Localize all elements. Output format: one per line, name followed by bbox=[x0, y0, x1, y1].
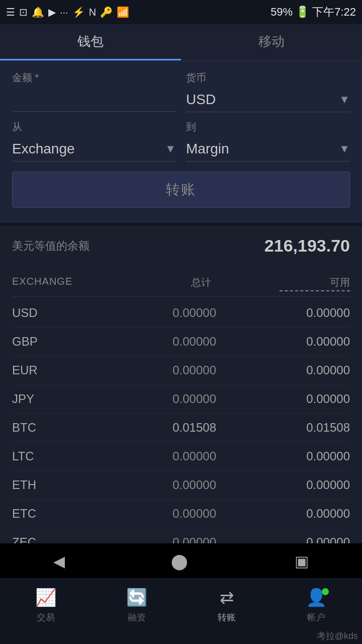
col-total: 0.00000 bbox=[116, 335, 216, 349]
currency-value: USD bbox=[186, 92, 216, 108]
balance-label: 美元等值的余额 bbox=[12, 238, 89, 254]
col-header-total: 总计 bbox=[141, 276, 211, 291]
amount-label: 金额 * bbox=[12, 71, 176, 85]
form-row-from-to: 从 Exchange ▼ 到 Margin ▼ bbox=[12, 120, 350, 162]
col-available: 0.00000 bbox=[259, 449, 350, 463]
col-available: 0.00000 bbox=[259, 306, 350, 320]
col-available: 0.01508 bbox=[259, 421, 350, 435]
finance-icon: 🔄 bbox=[126, 587, 147, 607]
col-available: 0.00000 bbox=[259, 363, 350, 377]
key-icon: 🔑 bbox=[100, 6, 113, 18]
amount-input[interactable] bbox=[12, 88, 176, 112]
currency-dropdown-arrow: ▼ bbox=[339, 93, 350, 106]
transfer-btn-wrapper: 转账 bbox=[12, 172, 350, 208]
to-label: 到 bbox=[186, 120, 350, 134]
status-bar: ☰ ⊡ 🔔 ▶ ··· ⚡ N 🔑 📶 59% 🔋 下午7:22 bbox=[0, 0, 362, 24]
transfer-label: 转账 bbox=[218, 611, 236, 623]
tab-move[interactable]: 移动 bbox=[181, 24, 362, 60]
table-row: JPY 0.00000 0.00000 bbox=[12, 385, 350, 414]
to-group: 到 Margin ▼ bbox=[186, 120, 350, 162]
balance-row: 美元等值的余额 216,193.70 bbox=[12, 236, 350, 256]
nav-finance[interactable]: 🔄 融资 bbox=[126, 587, 147, 623]
to-select[interactable]: Margin ▼ bbox=[186, 137, 350, 162]
recent-button[interactable]: ▣ bbox=[295, 552, 309, 570]
trade-label: 交易 bbox=[37, 611, 55, 623]
to-value: Margin bbox=[186, 141, 229, 157]
from-group: 从 Exchange ▼ bbox=[12, 120, 176, 162]
currency-name: USD bbox=[12, 306, 72, 320]
table-row: LTC 0.00000 0.00000 bbox=[12, 442, 350, 471]
nav-transfer[interactable]: ⇄ 转账 bbox=[218, 587, 236, 623]
bell-icon: 🔔 bbox=[32, 6, 44, 18]
from-dropdown-arrow: ▼ bbox=[165, 142, 176, 155]
table-row: GBP 0.00000 0.00000 bbox=[12, 328, 350, 356]
menu-icon: ☰ bbox=[6, 6, 15, 18]
currency-name: GBP bbox=[12, 335, 72, 349]
bluetooth-icon: ⚡ bbox=[72, 6, 85, 18]
nav-account[interactable]: 👤 帐户 bbox=[306, 587, 327, 623]
battery-percent: 59% bbox=[270, 6, 293, 19]
status-icons-left: ☰ ⊡ 🔔 ▶ ··· ⚡ N 🔑 📶 bbox=[6, 6, 129, 18]
amount-group: 金额 * bbox=[12, 71, 176, 112]
send-icon: ▶ bbox=[48, 6, 56, 18]
home-button[interactable]: ⬤ bbox=[171, 552, 188, 570]
balance-value: 216,193.70 bbox=[264, 236, 350, 256]
currency-name: ETH bbox=[12, 478, 72, 492]
currency-group: 货币 USD ▼ bbox=[186, 71, 350, 112]
table-row: ETC 0.00000 0.00000 bbox=[12, 500, 350, 528]
col-available: 0.00000 bbox=[259, 507, 350, 521]
transfer-icon: ⇄ bbox=[220, 587, 234, 607]
battery-icon: 🔋 bbox=[296, 6, 309, 19]
currency-name: BTC bbox=[12, 421, 72, 435]
from-select[interactable]: Exchange ▼ bbox=[12, 137, 176, 162]
exchange-section-title: EXCHANGE bbox=[12, 276, 72, 291]
finance-label: 融资 bbox=[128, 611, 146, 623]
currency-name: LTC bbox=[12, 449, 72, 463]
from-value: Exchange bbox=[12, 141, 75, 157]
currency-select[interactable]: USD ▼ bbox=[186, 88, 350, 112]
nav-trade[interactable]: 📈 交易 bbox=[35, 587, 56, 623]
currency-name: ETC bbox=[12, 507, 72, 521]
col-total: 0.01508 bbox=[116, 421, 216, 435]
to-dropdown-arrow: ▼ bbox=[339, 142, 350, 155]
table-row: EUR 0.00000 0.00000 bbox=[12, 356, 350, 385]
dots-icon: ··· bbox=[60, 7, 68, 18]
form-row-amount-currency: 金额 * 货币 USD ▼ bbox=[12, 71, 350, 112]
col-total: 0.00000 bbox=[116, 478, 216, 492]
system-nav-bar: ◀ ⬤ ▣ bbox=[0, 543, 362, 579]
col-total: 0.00000 bbox=[116, 306, 216, 320]
app-icon: ⊡ bbox=[19, 6, 28, 18]
trade-icon: 📈 bbox=[35, 587, 56, 607]
back-button[interactable]: ◀ bbox=[53, 552, 65, 570]
col-available: 0.00000 bbox=[259, 392, 350, 406]
watermark: 考拉@kds bbox=[317, 630, 358, 642]
col-total: 0.00000 bbox=[116, 507, 216, 521]
status-right: 59% 🔋 下午7:22 bbox=[270, 5, 356, 20]
currency-label: 货币 bbox=[186, 71, 350, 85]
from-label: 从 bbox=[12, 120, 176, 134]
status-time: 下午7:22 bbox=[312, 5, 356, 20]
currency-name: EUR bbox=[12, 363, 72, 377]
table-row: USD 0.00000 0.00000 bbox=[12, 299, 350, 328]
account-dot bbox=[322, 588, 329, 595]
bottom-nav: 📈 交易 🔄 融资 ⇄ 转账 👤 帐户 bbox=[0, 579, 362, 644]
signal-icon: 📶 bbox=[117, 6, 129, 18]
balance-section: 美元等值的余额 216,193.70 bbox=[0, 223, 362, 271]
col-total: 0.00000 bbox=[116, 449, 216, 463]
tab-wallet[interactable]: 钱包 bbox=[0, 24, 181, 60]
transfer-button[interactable]: 转账 bbox=[12, 172, 350, 208]
account-label: 帐户 bbox=[307, 611, 325, 623]
transfer-form: 金额 * 货币 USD ▼ 从 Exchange ▼ bbox=[0, 61, 362, 223]
currency-name: JPY bbox=[12, 392, 72, 406]
col-header-available: 可用 bbox=[280, 276, 350, 291]
table-row: ETH 0.00000 0.00000 bbox=[12, 471, 350, 500]
table-row: BTC 0.01508 0.01508 bbox=[12, 414, 350, 442]
col-total: 0.00000 bbox=[116, 363, 216, 377]
top-tabs: 钱包 移动 bbox=[0, 24, 362, 61]
nfc-icon: N bbox=[89, 7, 96, 18]
col-available: 0.00000 bbox=[259, 478, 350, 492]
col-available: 0.00000 bbox=[259, 335, 350, 349]
exchange-header: EXCHANGE 总计 可用 bbox=[12, 271, 350, 297]
col-total: 0.00000 bbox=[116, 392, 216, 406]
